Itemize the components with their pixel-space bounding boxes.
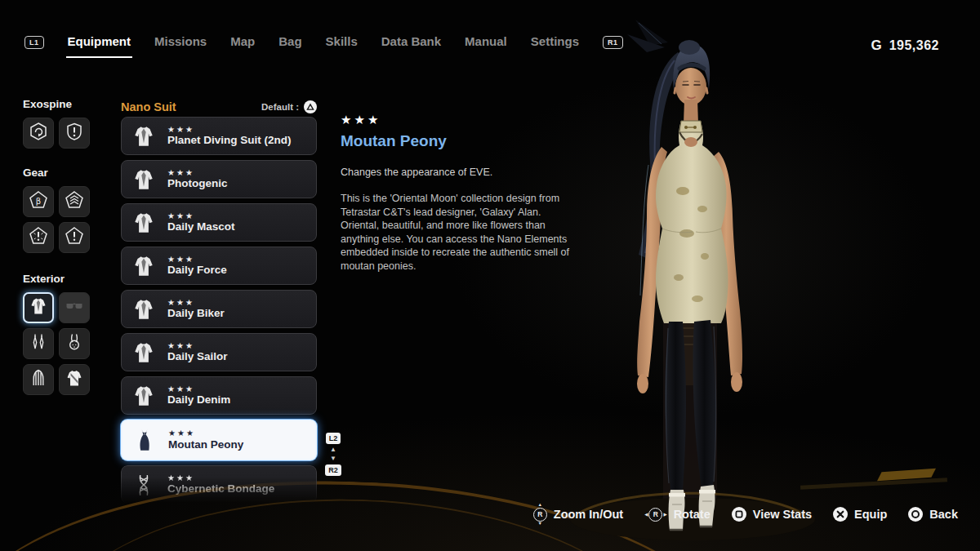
tab-bag[interactable]: Bag [278, 34, 301, 51]
list-item-photogenic[interactable]: ★★★Photogenic [121, 160, 317, 198]
suit-item-icon [130, 122, 158, 150]
triangle-button-icon [304, 100, 317, 113]
gear-alert-icon [65, 226, 84, 249]
nano-suit-icon [29, 296, 48, 319]
detail-item-title: Moutan Peony [341, 132, 579, 150]
top-navigation: L1 Equipment Missions Map Bag Skills Dat… [24, 34, 623, 51]
cross-button-icon [833, 507, 848, 522]
list-item-daily-denim[interactable]: ★★★Daily Denim [121, 376, 317, 415]
harness-item-icon [130, 471, 158, 499]
gold-amount: 195,362 [889, 38, 939, 53]
detail-rarity-stars: ★★★ [341, 113, 579, 127]
gold-counter: G 195,362 [871, 38, 939, 54]
exospine-slot-1[interactable] [23, 118, 54, 149]
l2-scroll-hint: L2 [326, 433, 341, 444]
scroll-down-icon: ▼ [330, 455, 336, 462]
list-scroll-hints: L2 ▲ ▼ R2 [323, 433, 344, 476]
tab-missions[interactable]: Missions [154, 34, 207, 51]
dress-item-icon [131, 426, 158, 454]
gear-slot-3[interactable] [23, 222, 54, 253]
exterior-slot-nano-suit[interactable] [23, 292, 54, 323]
gear-slot-4[interactable] [59, 222, 90, 253]
l1-shoulder-hint: L1 [24, 36, 44, 49]
tab-map[interactable]: Map [230, 34, 255, 51]
square-button-icon [732, 507, 746, 522]
rarity-stars: ★★★ [167, 168, 228, 178]
rarity-stars: ★★★ [167, 125, 292, 135]
tab-manual[interactable]: Manual [465, 34, 507, 51]
exterior-slot-glasses[interactable] [59, 292, 90, 323]
exospine-section-label: Exospine [23, 98, 114, 110]
exospine-alert-icon [65, 122, 84, 144]
action-zoom[interactable]: ▲ R ▼ Zoom In/Out [533, 503, 623, 526]
rarity-stars: ★★★ [167, 298, 225, 308]
exospine-slots [23, 118, 101, 149]
action-rotate[interactable]: ◀ R ▶ Rotate [644, 508, 710, 522]
suit-item-icon [130, 166, 158, 193]
list-item-planet-diving-suit[interactable]: ★★★Planet Diving Suit (2nd) [121, 117, 317, 155]
exterior-slot-jacket[interactable] [59, 364, 90, 395]
r2-scroll-hint: R2 [325, 464, 341, 476]
list-item-daily-mascot[interactable]: ★★★Daily Mascot [121, 203, 317, 242]
action-equip[interactable]: Equip [833, 507, 887, 522]
item-detail-panel: ★★★ Moutan Peony Changes the appearance … [341, 113, 579, 273]
exterior-slot-hair[interactable] [23, 364, 54, 395]
list-header: Nano Suit Default : [121, 100, 317, 113]
rarity-stars: ★★★ [167, 341, 228, 351]
suit-item-icon [130, 252, 158, 280]
floor-marking [800, 478, 947, 489]
exospine-slot-2[interactable] [59, 118, 90, 149]
list-item-daily-force[interactable]: ★★★Daily Force [121, 247, 317, 285]
rarity-stars: ★★★ [168, 429, 243, 438]
hair-ornament [627, 20, 668, 52]
hair-icon [29, 368, 48, 391]
equipment-sidebar: Exospine Gear Exterior [23, 98, 114, 395]
tab-skills[interactable]: Skills [326, 34, 358, 51]
gear-slot-2[interactable] [59, 186, 90, 217]
default-button[interactable]: Default : [261, 100, 317, 113]
action-view-stats[interactable]: View Stats [732, 507, 812, 522]
list-title: Nano Suit [121, 100, 176, 113]
suit-item-icon [130, 382, 158, 410]
right-stick-leftright-icon: ◀ R ▶ [644, 508, 666, 522]
list-item-daily-sailor[interactable]: ★★★Daily Sailor [121, 333, 317, 371]
exterior-slot-earrings[interactable] [23, 328, 54, 359]
rabbit-mask-icon [65, 332, 84, 355]
rarity-stars: ★★★ [167, 255, 227, 264]
tab-data-bank[interactable]: Data Bank [381, 34, 441, 51]
circle-button-icon [908, 507, 923, 522]
character-preview-viewport[interactable] [564, 18, 817, 549]
earrings-icon [29, 332, 48, 355]
suit-item-icon [130, 295, 158, 323]
gear-slot-1[interactable] [23, 186, 54, 217]
character-head [673, 40, 710, 105]
right-stick-updown-icon: ▲ R ▼ [533, 503, 547, 526]
exospine-cycle-icon [29, 122, 48, 144]
rarity-stars: ★★★ [167, 384, 230, 394]
exterior-section-label: Exterior [23, 273, 114, 285]
exterior-slot-mask[interactable] [59, 328, 90, 359]
detail-summary: Changes the appearance of EVE. [341, 167, 579, 178]
gold-icon: G [871, 38, 881, 54]
action-back[interactable]: Back [908, 507, 958, 522]
scroll-up-icon: ▲ [330, 447, 336, 453]
equipment-screen: L1 Equipment Missions Map Bag Skills Dat… [0, 0, 980, 551]
moutan-peony-dress [656, 121, 728, 323]
gear-layers-icon [65, 190, 84, 213]
list-item-moutan-peony-selected[interactable]: ★★★Moutan Peony [121, 420, 317, 460]
gear-burst-icon [29, 226, 48, 249]
list-item-cybernetic-bondage[interactable]: ★★★Cybernetic Bondage [121, 465, 317, 504]
suit-item-icon [130, 209, 158, 237]
rarity-stars: ★★★ [167, 211, 235, 221]
gear-beta-icon [29, 190, 48, 213]
list-item-daily-biker[interactable]: ★★★Daily Biker [121, 290, 317, 328]
gear-section-label: Gear [23, 167, 114, 179]
glasses-icon [65, 296, 84, 319]
gear-slots [23, 186, 101, 253]
exterior-slots [23, 292, 101, 395]
nano-suit-list: Nano Suit Default : ★★★Planet Diving Sui… [121, 100, 317, 509]
rarity-stars: ★★★ [167, 473, 274, 483]
jacket-icon [65, 368, 84, 391]
tab-equipment[interactable]: Equipment [68, 34, 131, 51]
action-bar: ▲ R ▼ Zoom In/Out ◀ R ▶ Rotate View Stat… [533, 503, 958, 526]
